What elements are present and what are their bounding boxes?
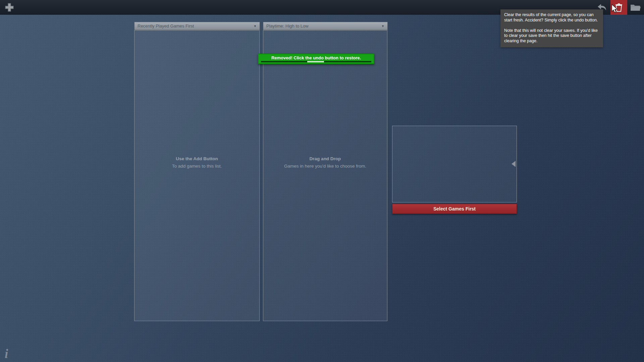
choose-pool-placeholder-title: Drag and Drop (263, 155, 387, 163)
sort-dropdown-pool-value: Playtime: High to Low (266, 23, 379, 28)
tooltip-paragraph-1: Clear the results of the current page, s… (504, 12, 599, 23)
arrow-left-icon (512, 161, 516, 167)
choose-pool-panel[interactable]: Drag and Drop Games in here you'd like t… (263, 30, 387, 321)
choose-pool-placeholder: Drag and Drop Games in here you'd like t… (263, 155, 387, 170)
my-games-list-panel[interactable]: Use the Add Button To add games to this … (134, 30, 260, 321)
toast-message: Removed! Click the undo button to restor… (259, 55, 374, 60)
toast-timer-track (261, 61, 371, 62)
toast-timer-remaining (307, 61, 324, 62)
chevron-down-icon: ▼ (254, 24, 257, 28)
folder-icon (630, 3, 641, 11)
pick-game-button[interactable]: Select Games First (392, 204, 517, 214)
tooltip-paragraph-2: Note that this will not clear your saves… (504, 28, 599, 44)
sort-dropdown-my-games[interactable]: Recently Played Games First ▼ (134, 22, 260, 30)
choose-pool-placeholder-subtitle: Games in here you'd like to choose from. (263, 163, 387, 170)
tooltip-paragraph-gap (504, 23, 599, 28)
sort-dropdown-my-games-value: Recently Played Games First (138, 23, 252, 28)
trash-icon (615, 3, 623, 12)
sort-dropdown-pool[interactable]: Playtime: High to Low ▼ (263, 22, 388, 30)
removed-toast-notification: Removed! Click the undo button to restor… (258, 54, 374, 64)
info-icon[interactable]: i (5, 347, 8, 361)
clear-button-tooltip: Clear the results of the current page, s… (500, 9, 603, 47)
my-games-placeholder-subtitle: To add games to this list. (135, 163, 259, 170)
plus-icon (5, 3, 14, 12)
chevron-down-icon: ▼ (381, 24, 384, 28)
load-save-button[interactable] (627, 0, 644, 15)
add-games-button[interactable] (5, 3, 14, 12)
my-games-placeholder: Use the Add Button To add games to this … (135, 155, 259, 170)
my-games-placeholder-title: Use the Add Button (135, 155, 259, 163)
clear-page-button[interactable] (610, 0, 627, 15)
result-display-box (392, 126, 517, 202)
